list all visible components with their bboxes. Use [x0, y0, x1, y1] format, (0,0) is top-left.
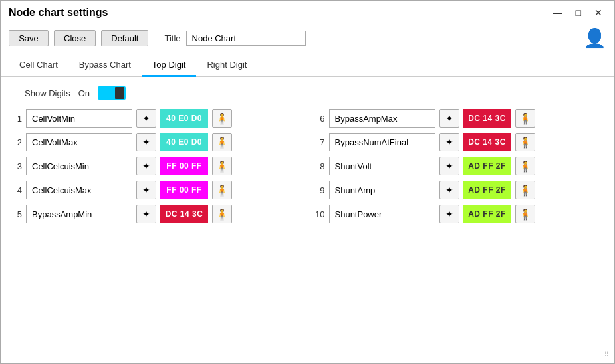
person-button[interactable]: 🧍 — [212, 133, 232, 151]
person-button[interactable]: 🧍 — [212, 109, 232, 128]
tab-top-digit[interactable]: Top Digit — [142, 54, 197, 77]
row-name-input[interactable] — [26, 157, 132, 175]
save-button[interactable]: Save — [9, 30, 49, 46]
table-row: 2 ✦ 40 E0 D0 🧍 — [11, 133, 301, 151]
close-button[interactable]: Close — [54, 30, 96, 46]
row-number: 6 — [314, 114, 325, 124]
person-button[interactable]: 🧍 — [212, 181, 232, 199]
person-button[interactable]: 🧍 — [515, 157, 535, 175]
wand-button[interactable]: ✦ — [439, 133, 459, 151]
row-name-input[interactable] — [329, 109, 435, 128]
person-button[interactable]: 🧍 — [515, 133, 535, 151]
color-button[interactable]: FF 00 FF — [160, 181, 208, 199]
main-window: Node chart settings — □ ✕ Save Close Def… — [0, 0, 615, 364]
main-grid: 1 ✦ 40 E0 D0 🧍 2 ✦ 40 E0 D0 🧍 3 ✦ FF 00 … — [11, 109, 604, 354]
row-name-input[interactable] — [26, 109, 132, 128]
color-button[interactable]: AD FF 2F — [463, 157, 511, 175]
person-button[interactable]: 🧍 — [212, 205, 232, 223]
avatar-icon: 👤 — [582, 26, 606, 50]
show-digits-row: Show Digits On — [25, 86, 604, 100]
table-row: 10 ✦ AD FF 2F 🧍 — [314, 205, 604, 223]
wand-button[interactable]: ✦ — [439, 109, 459, 128]
title-controls: — □ ✕ — [549, 6, 606, 19]
wand-button[interactable]: ✦ — [439, 157, 459, 175]
color-button[interactable]: FF 00 FF — [160, 157, 208, 175]
wand-button[interactable]: ✦ — [136, 157, 156, 175]
tab-right-digit[interactable]: Right Digit — [196, 54, 257, 77]
row-name-input[interactable] — [329, 157, 435, 175]
tab-bar: Cell Chart Bypass Chart Top Digit Right … — [1, 54, 614, 77]
row-name-input[interactable] — [26, 205, 132, 223]
row-number: 5 — [11, 209, 22, 219]
table-row: 1 ✦ 40 E0 D0 🧍 — [11, 109, 301, 128]
person-button[interactable]: 🧍 — [515, 109, 535, 128]
person-button[interactable]: 🧍 — [515, 181, 535, 199]
default-button[interactable]: Default — [101, 30, 148, 46]
color-button[interactable]: 40 E0 D0 — [160, 109, 208, 128]
table-row: 6 ✦ DC 14 3C 🧍 — [314, 109, 604, 128]
wand-button[interactable]: ✦ — [439, 205, 459, 223]
row-number: 3 — [11, 161, 22, 171]
row-number: 2 — [11, 137, 22, 147]
table-row: 3 ✦ FF 00 FF 🧍 — [11, 157, 301, 175]
row-name-input[interactable] — [329, 133, 435, 151]
resize-handle[interactable]: ⠿ — [604, 351, 609, 358]
wand-button[interactable]: ✦ — [439, 181, 459, 199]
table-row: 8 ✦ AD FF 2F 🧍 — [314, 157, 604, 175]
title-label: Title — [164, 33, 180, 43]
row-name-input[interactable] — [26, 133, 132, 151]
row-number: 8 — [314, 161, 325, 171]
color-button[interactable]: AD FF 2F — [463, 205, 511, 223]
table-row: 9 ✦ AD FF 2F 🧍 — [314, 181, 604, 199]
table-row: 5 ✦ DC 14 3C 🧍 — [11, 205, 301, 223]
wand-button[interactable]: ✦ — [136, 109, 156, 128]
person-button[interactable]: 🧍 — [515, 205, 535, 223]
right-column: 6 ✦ DC 14 3C 🧍 7 ✦ DC 14 3C 🧍 8 ✦ AD FF … — [314, 109, 604, 354]
row-name-input[interactable] — [329, 205, 435, 223]
toggle-thumb — [115, 87, 124, 99]
row-name-input[interactable] — [329, 181, 435, 199]
wand-button[interactable]: ✦ — [136, 205, 156, 223]
tab-cell-chart[interactable]: Cell Chart — [9, 54, 68, 77]
row-number: 10 — [314, 209, 325, 219]
color-button[interactable]: DC 14 3C — [463, 109, 511, 128]
row-number: 1 — [11, 114, 22, 124]
row-number: 7 — [314, 137, 325, 147]
color-button[interactable]: DC 14 3C — [160, 205, 208, 223]
table-row: 7 ✦ DC 14 3C 🧍 — [314, 133, 604, 151]
show-digits-toggle[interactable] — [98, 86, 126, 100]
row-number: 4 — [11, 185, 22, 195]
show-digits-label: Show Digits — [25, 88, 70, 98]
wand-button[interactable]: ✦ — [136, 133, 156, 151]
wand-button[interactable]: ✦ — [136, 181, 156, 199]
maximize-button[interactable]: □ — [572, 6, 585, 19]
color-button[interactable]: AD FF 2F — [463, 181, 511, 199]
row-name-input[interactable] — [26, 181, 132, 199]
window-content: Show Digits On 1 ✦ 40 E0 D0 🧍 2 ✦ 40 E0 … — [1, 77, 614, 363]
title-bar: Node chart settings — □ ✕ — [1, 1, 614, 22]
tab-bypass-chart[interactable]: Bypass Chart — [68, 54, 142, 77]
show-digits-state: On — [78, 88, 90, 98]
minimize-button[interactable]: — — [549, 6, 566, 19]
toolbar: Save Close Default Title 👤 — [1, 22, 614, 54]
color-button[interactable]: 40 E0 D0 — [160, 133, 208, 151]
content-area: Show Digits On 1 ✦ 40 E0 D0 🧍 2 ✦ 40 E0 … — [1, 77, 614, 363]
color-button[interactable]: DC 14 3C — [463, 133, 511, 151]
close-window-button[interactable]: ✕ — [590, 6, 606, 19]
person-button[interactable]: 🧍 — [212, 157, 232, 175]
row-number: 9 — [314, 185, 325, 195]
title-input[interactable] — [186, 31, 306, 46]
window-title: Node chart settings — [9, 7, 108, 19]
left-column: 1 ✦ 40 E0 D0 🧍 2 ✦ 40 E0 D0 🧍 3 ✦ FF 00 … — [11, 109, 301, 354]
table-row: 4 ✦ FF 00 FF 🧍 — [11, 181, 301, 199]
